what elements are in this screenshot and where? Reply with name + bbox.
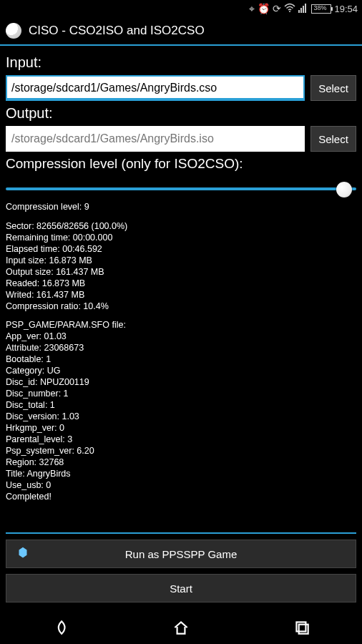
- stat-line: Input size: 16.873 MB: [6, 255, 356, 266]
- stat-line: Title: AngryBirds: [6, 468, 356, 479]
- stat-line: Disc_version: 1.03: [6, 411, 356, 422]
- svg-rect-2: [300, 8, 302, 13]
- stat-line: Disc_total: 1: [6, 399, 356, 411]
- svg-rect-1: [298, 10, 300, 13]
- stat-line: PSP_GAME/PARAM.SFO file:: [6, 319, 356, 331]
- compression-slider[interactable]: [6, 176, 356, 202]
- stat-line: Disc_number: 1: [6, 388, 356, 399]
- input-path-field[interactable]: [6, 75, 305, 101]
- stat-line: Writed: 161.437 MB: [6, 289, 356, 301]
- stat-line: Output size: 161.437 MB: [6, 266, 356, 278]
- stat-line: Compression ratio: 10.4%: [6, 301, 356, 312]
- svg-rect-5: [296, 622, 305, 631]
- svg-rect-6: [298, 625, 308, 634]
- stat-line: Parental_level: 3: [6, 434, 356, 445]
- stat-line: Region: 32768: [6, 457, 356, 468]
- stat-line: Readed: 16.873 MB: [6, 278, 356, 289]
- progress-stats: Sector: 82656/82656 (100.0%)Remaining ti…: [6, 220, 356, 312]
- stat-line: Hrkgmp_ver: 0: [6, 422, 356, 434]
- back-button[interactable]: [51, 618, 69, 640]
- slider-thumb[interactable]: [336, 182, 352, 197]
- start-button-label: Start: [170, 582, 192, 595]
- output-label: Output:: [6, 105, 356, 122]
- stat-line: Elapsed time: 00:46.592: [6, 243, 356, 255]
- stat-line: Category: UG: [6, 365, 356, 376]
- stat-line: Psp_system_ver: 6.20: [6, 445, 356, 457]
- svg-rect-3: [303, 6, 304, 13]
- app-icon: [6, 23, 21, 39]
- sfo-stats: PSP_GAME/PARAM.SFO file:App_ver: 01.03At…: [6, 319, 356, 502]
- input-select-button[interactable]: Select: [310, 75, 356, 101]
- svg-point-0: [289, 11, 290, 12]
- alarm-icon: ⏰: [258, 3, 270, 14]
- divider: [6, 532, 356, 534]
- run-ppsspp-button[interactable]: Run as PPSSPP Game: [6, 540, 356, 568]
- stat-line: Bootable: 1: [6, 353, 356, 365]
- recent-apps-button[interactable]: [293, 618, 311, 640]
- sync-icon: ⟳: [273, 3, 281, 14]
- input-label: Input:: [6, 54, 356, 71]
- svg-rect-4: [305, 4, 306, 13]
- stat-line: Disc_id: NPUZ00119: [6, 376, 356, 388]
- wifi-icon: [284, 3, 295, 15]
- android-nav-bar: [0, 614, 362, 644]
- ppsspp-icon: [15, 546, 31, 562]
- battery-icon: 38%: [311, 4, 331, 14]
- stat-line: Sector: 82656/82656 (100.0%): [6, 220, 356, 232]
- slider-track: [6, 187, 356, 190]
- stat-line: Completed!: [6, 491, 356, 502]
- compression-level-text: Compression level: 9: [6, 202, 356, 213]
- run-button-label: Run as PPSSPP Game: [125, 548, 237, 560]
- output-path-field[interactable]: [6, 126, 305, 152]
- clock: 19:54: [334, 4, 358, 14]
- app-title: CISO - CSO2ISO and ISO2CSO: [29, 24, 205, 38]
- compression-label: Compression level (only for ISO2CSO):: [6, 156, 356, 172]
- stat-line: Use_usb: 0: [6, 479, 356, 491]
- signal-icon: [298, 3, 308, 15]
- stat-line: Remaining time: 00:00.000: [6, 232, 356, 243]
- start-button[interactable]: Start: [6, 574, 356, 602]
- stat-line: Attribute: 23068673: [6, 342, 356, 353]
- status-bar: ⌖ ⏰ ⟳ 38% 19:54: [0, 0, 362, 17]
- home-button[interactable]: [172, 618, 190, 640]
- title-bar: CISO - CSO2ISO and ISO2CSO: [0, 17, 362, 46]
- output-select-button[interactable]: Select: [310, 126, 356, 152]
- bluetooth-icon: ⌖: [249, 3, 255, 15]
- stat-line: App_ver: 01.03: [6, 331, 356, 342]
